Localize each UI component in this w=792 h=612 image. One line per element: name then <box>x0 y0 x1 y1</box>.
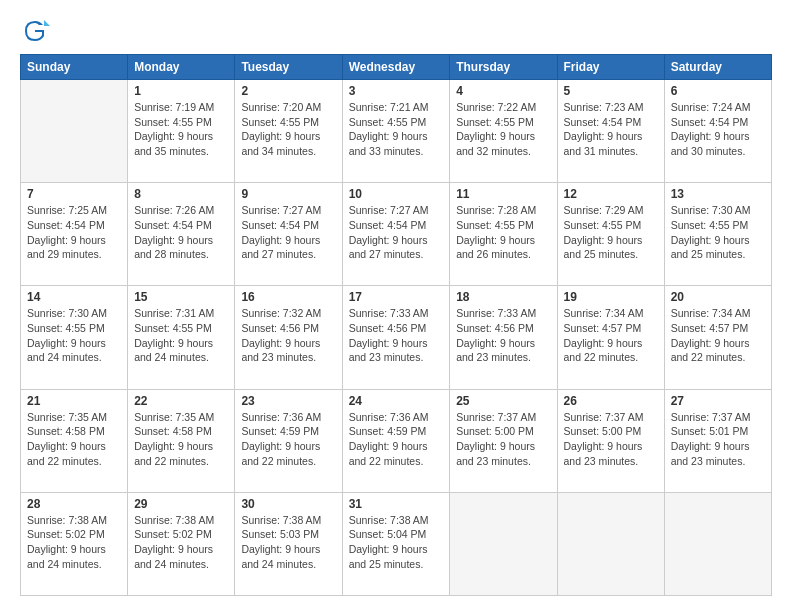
day-info: Sunrise: 7:25 AMSunset: 4:54 PMDaylight:… <box>27 203 121 262</box>
day-info: Sunrise: 7:26 AMSunset: 4:54 PMDaylight:… <box>134 203 228 262</box>
day-number: 19 <box>564 290 658 304</box>
day-cell: 3Sunrise: 7:21 AMSunset: 4:55 PMDaylight… <box>342 80 450 183</box>
day-info: Sunrise: 7:33 AMSunset: 4:56 PMDaylight:… <box>456 306 550 365</box>
day-cell: 17Sunrise: 7:33 AMSunset: 4:56 PMDayligh… <box>342 286 450 389</box>
day-number: 26 <box>564 394 658 408</box>
day-number: 20 <box>671 290 765 304</box>
day-cell: 30Sunrise: 7:38 AMSunset: 5:03 PMDayligh… <box>235 492 342 595</box>
svg-marker-0 <box>44 20 50 26</box>
day-cell: 15Sunrise: 7:31 AMSunset: 4:55 PMDayligh… <box>128 286 235 389</box>
day-info: Sunrise: 7:22 AMSunset: 4:55 PMDaylight:… <box>456 100 550 159</box>
day-cell: 24Sunrise: 7:36 AMSunset: 4:59 PMDayligh… <box>342 389 450 492</box>
day-info: Sunrise: 7:37 AMSunset: 5:00 PMDaylight:… <box>564 410 658 469</box>
calendar-table: SundayMondayTuesdayWednesdayThursdayFrid… <box>20 54 772 596</box>
day-number: 23 <box>241 394 335 408</box>
day-cell: 6Sunrise: 7:24 AMSunset: 4:54 PMDaylight… <box>664 80 771 183</box>
week-row-2: 14Sunrise: 7:30 AMSunset: 4:55 PMDayligh… <box>21 286 772 389</box>
day-info: Sunrise: 7:30 AMSunset: 4:55 PMDaylight:… <box>671 203 765 262</box>
day-number: 10 <box>349 187 444 201</box>
day-cell <box>21 80 128 183</box>
day-info: Sunrise: 7:19 AMSunset: 4:55 PMDaylight:… <box>134 100 228 159</box>
day-info: Sunrise: 7:31 AMSunset: 4:55 PMDaylight:… <box>134 306 228 365</box>
day-cell: 27Sunrise: 7:37 AMSunset: 5:01 PMDayligh… <box>664 389 771 492</box>
day-cell: 31Sunrise: 7:38 AMSunset: 5:04 PMDayligh… <box>342 492 450 595</box>
logo-icon <box>20 16 50 46</box>
day-number: 6 <box>671 84 765 98</box>
day-info: Sunrise: 7:38 AMSunset: 5:04 PMDaylight:… <box>349 513 444 572</box>
day-cell: 11Sunrise: 7:28 AMSunset: 4:55 PMDayligh… <box>450 183 557 286</box>
day-cell: 29Sunrise: 7:38 AMSunset: 5:02 PMDayligh… <box>128 492 235 595</box>
day-info: Sunrise: 7:38 AMSunset: 5:02 PMDaylight:… <box>134 513 228 572</box>
day-cell: 21Sunrise: 7:35 AMSunset: 4:58 PMDayligh… <box>21 389 128 492</box>
day-info: Sunrise: 7:21 AMSunset: 4:55 PMDaylight:… <box>349 100 444 159</box>
col-header-wednesday: Wednesday <box>342 55 450 80</box>
week-row-3: 21Sunrise: 7:35 AMSunset: 4:58 PMDayligh… <box>21 389 772 492</box>
day-cell: 7Sunrise: 7:25 AMSunset: 4:54 PMDaylight… <box>21 183 128 286</box>
day-number: 9 <box>241 187 335 201</box>
week-row-0: 1Sunrise: 7:19 AMSunset: 4:55 PMDaylight… <box>21 80 772 183</box>
day-number: 31 <box>349 497 444 511</box>
logo <box>20 16 54 46</box>
day-number: 4 <box>456 84 550 98</box>
day-cell: 19Sunrise: 7:34 AMSunset: 4:57 PMDayligh… <box>557 286 664 389</box>
day-cell: 13Sunrise: 7:30 AMSunset: 4:55 PMDayligh… <box>664 183 771 286</box>
day-info: Sunrise: 7:35 AMSunset: 4:58 PMDaylight:… <box>27 410 121 469</box>
day-info: Sunrise: 7:27 AMSunset: 4:54 PMDaylight:… <box>241 203 335 262</box>
day-number: 17 <box>349 290 444 304</box>
col-header-saturday: Saturday <box>664 55 771 80</box>
day-number: 11 <box>456 187 550 201</box>
day-info: Sunrise: 7:24 AMSunset: 4:54 PMDaylight:… <box>671 100 765 159</box>
day-cell: 26Sunrise: 7:37 AMSunset: 5:00 PMDayligh… <box>557 389 664 492</box>
day-number: 12 <box>564 187 658 201</box>
day-number: 2 <box>241 84 335 98</box>
day-info: Sunrise: 7:38 AMSunset: 5:02 PMDaylight:… <box>27 513 121 572</box>
day-info: Sunrise: 7:38 AMSunset: 5:03 PMDaylight:… <box>241 513 335 572</box>
day-info: Sunrise: 7:34 AMSunset: 4:57 PMDaylight:… <box>671 306 765 365</box>
day-number: 7 <box>27 187 121 201</box>
header <box>20 16 772 46</box>
day-cell: 28Sunrise: 7:38 AMSunset: 5:02 PMDayligh… <box>21 492 128 595</box>
col-header-tuesday: Tuesday <box>235 55 342 80</box>
day-cell: 16Sunrise: 7:32 AMSunset: 4:56 PMDayligh… <box>235 286 342 389</box>
day-info: Sunrise: 7:34 AMSunset: 4:57 PMDaylight:… <box>564 306 658 365</box>
day-number: 15 <box>134 290 228 304</box>
day-number: 3 <box>349 84 444 98</box>
day-cell: 8Sunrise: 7:26 AMSunset: 4:54 PMDaylight… <box>128 183 235 286</box>
day-cell: 25Sunrise: 7:37 AMSunset: 5:00 PMDayligh… <box>450 389 557 492</box>
day-info: Sunrise: 7:27 AMSunset: 4:54 PMDaylight:… <box>349 203 444 262</box>
day-number: 25 <box>456 394 550 408</box>
day-info: Sunrise: 7:36 AMSunset: 4:59 PMDaylight:… <box>241 410 335 469</box>
day-info: Sunrise: 7:35 AMSunset: 4:58 PMDaylight:… <box>134 410 228 469</box>
day-cell: 10Sunrise: 7:27 AMSunset: 4:54 PMDayligh… <box>342 183 450 286</box>
day-cell <box>450 492 557 595</box>
page: SundayMondayTuesdayWednesdayThursdayFrid… <box>0 0 792 612</box>
day-info: Sunrise: 7:37 AMSunset: 5:01 PMDaylight:… <box>671 410 765 469</box>
day-number: 22 <box>134 394 228 408</box>
day-number: 14 <box>27 290 121 304</box>
day-info: Sunrise: 7:32 AMSunset: 4:56 PMDaylight:… <box>241 306 335 365</box>
col-header-friday: Friday <box>557 55 664 80</box>
week-row-1: 7Sunrise: 7:25 AMSunset: 4:54 PMDaylight… <box>21 183 772 286</box>
day-cell: 18Sunrise: 7:33 AMSunset: 4:56 PMDayligh… <box>450 286 557 389</box>
day-cell <box>664 492 771 595</box>
day-cell: 1Sunrise: 7:19 AMSunset: 4:55 PMDaylight… <box>128 80 235 183</box>
day-number: 21 <box>27 394 121 408</box>
day-number: 30 <box>241 497 335 511</box>
day-cell: 14Sunrise: 7:30 AMSunset: 4:55 PMDayligh… <box>21 286 128 389</box>
day-cell: 4Sunrise: 7:22 AMSunset: 4:55 PMDaylight… <box>450 80 557 183</box>
day-number: 28 <box>27 497 121 511</box>
day-cell: 22Sunrise: 7:35 AMSunset: 4:58 PMDayligh… <box>128 389 235 492</box>
col-header-monday: Monday <box>128 55 235 80</box>
day-info: Sunrise: 7:20 AMSunset: 4:55 PMDaylight:… <box>241 100 335 159</box>
day-cell: 9Sunrise: 7:27 AMSunset: 4:54 PMDaylight… <box>235 183 342 286</box>
col-header-sunday: Sunday <box>21 55 128 80</box>
day-cell: 20Sunrise: 7:34 AMSunset: 4:57 PMDayligh… <box>664 286 771 389</box>
day-number: 1 <box>134 84 228 98</box>
day-info: Sunrise: 7:36 AMSunset: 4:59 PMDaylight:… <box>349 410 444 469</box>
day-number: 13 <box>671 187 765 201</box>
day-cell <box>557 492 664 595</box>
day-info: Sunrise: 7:29 AMSunset: 4:55 PMDaylight:… <box>564 203 658 262</box>
day-cell: 12Sunrise: 7:29 AMSunset: 4:55 PMDayligh… <box>557 183 664 286</box>
day-cell: 23Sunrise: 7:36 AMSunset: 4:59 PMDayligh… <box>235 389 342 492</box>
day-info: Sunrise: 7:33 AMSunset: 4:56 PMDaylight:… <box>349 306 444 365</box>
